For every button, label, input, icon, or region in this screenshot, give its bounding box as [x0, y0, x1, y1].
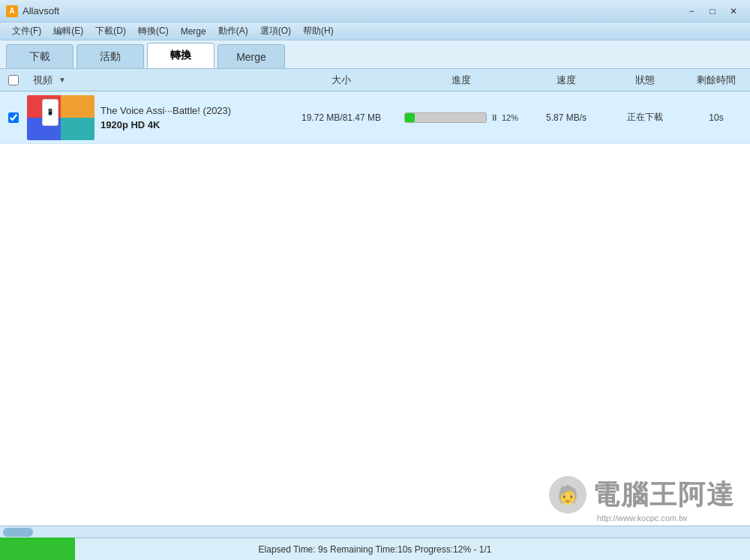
progress-fill	[405, 113, 415, 122]
maximize-button[interactable]: □	[702, 3, 723, 19]
status-text: Elapsed Time: 9s Remaining Time:10s Prog…	[259, 544, 492, 555]
row-thumbnail: 📱	[27, 95, 94, 140]
row-checkbox[interactable]	[8, 112, 19, 123]
select-all-checkbox[interactable]	[8, 75, 19, 85]
menu-convert[interactable]: 轉換(C)	[132, 23, 175, 39]
col-speed: 速度	[525, 73, 608, 87]
empty-area	[0, 144, 750, 526]
tab-download[interactable]: 下載	[6, 44, 74, 68]
status-progress-bar	[0, 538, 75, 560]
status-bar: Elapsed Time: 9s Remaining Time:10s Prog…	[0, 538, 750, 560]
tab-convert[interactable]: 轉換	[147, 43, 214, 68]
col-status: 狀態	[608, 73, 682, 87]
menu-download[interactable]: 下載(D)	[89, 23, 132, 39]
progress-text: 12%	[502, 113, 518, 122]
menu-action[interactable]: 動作(A)	[212, 23, 254, 39]
menu-bar: 文件(F) 編輯(E) 下載(D) 轉換(C) Merge 動作(A) 選項(O…	[0, 22, 750, 40]
phone-icon: 📱	[42, 99, 58, 126]
menu-edit[interactable]: 編輯(E)	[47, 23, 89, 39]
progress-bar	[404, 112, 487, 123]
row-speed: 5.87 MB/s	[525, 112, 608, 123]
app-icon: A	[6, 5, 18, 17]
close-button[interactable]: ✕	[723, 3, 744, 19]
row-quality: 1920p HD 4K	[100, 119, 285, 130]
table-row: 📱 The Voice Assi···Battle! (2023) 1920p …	[0, 91, 750, 144]
menu-help[interactable]: 帮助(H)	[297, 23, 340, 39]
row-title: The Voice Assi···Battle! (2023)	[100, 105, 285, 116]
row-info: The Voice Assi···Battle! (2023) 1920p HD…	[100, 105, 285, 130]
col-video: 視頻	[33, 73, 52, 87]
minimize-button[interactable]: −	[681, 3, 702, 19]
row-remaining: 10s	[682, 112, 750, 123]
col-progress: 進度	[398, 73, 525, 87]
title-bar: A Allavsoft − □ ✕	[0, 0, 750, 22]
col-remaining: 剩餘時間	[682, 73, 750, 87]
video-col-arrow[interactable]: ▼	[58, 76, 66, 84]
main-content: 下載 活動 轉換 Merge 視頻 ▼ 大小 進度 速度 狀態 剩餘時間	[0, 40, 750, 526]
tabs-bar: 下載 活動 轉換 Merge	[0, 40, 750, 69]
tab-merge[interactable]: Merge	[218, 44, 285, 68]
table-body: 📱 The Voice Assi···Battle! (2023) 1920p …	[0, 91, 750, 144]
row-status: 正在下載	[608, 111, 682, 124]
col-size: 大小	[285, 73, 398, 87]
hscroll-bar[interactable]	[0, 526, 750, 538]
tab-active[interactable]: 活動	[76, 44, 144, 68]
pause-mini-icon: ⏸	[490, 112, 499, 123]
table-header: 視頻 ▼ 大小 進度 速度 狀態 剩餘時間	[0, 69, 750, 91]
menu-options[interactable]: 選項(O)	[254, 23, 297, 39]
menu-file[interactable]: 文件(F)	[6, 23, 47, 39]
hscroll-thumb[interactable]	[3, 528, 33, 537]
row-progress-cell: ⏸ 12%	[398, 112, 525, 123]
row-size: 19.72 MB/81.47 MB	[285, 112, 398, 123]
menu-merge[interactable]: Merge	[175, 25, 212, 38]
app-title: Allavsoft	[22, 5, 681, 16]
